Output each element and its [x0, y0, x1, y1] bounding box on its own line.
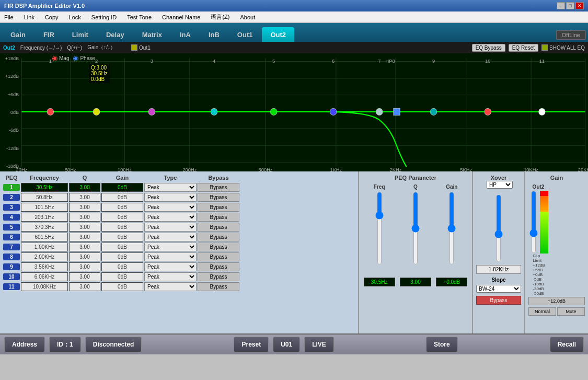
phase-radio[interactable]: Phase: [73, 55, 95, 61]
tab-out1[interactable]: Out1: [229, 27, 261, 42]
peq-freq-7[interactable]: 1.00KHz: [21, 243, 68, 251]
store-button[interactable]: Store: [426, 337, 458, 352]
peq-gain-4[interactable]: 0dB: [101, 213, 143, 222]
menu-lock[interactable]: Lock: [67, 14, 83, 21]
peq-freq-1[interactable]: [21, 183, 68, 192]
peq-bypass-5[interactable]: Bypass: [198, 223, 239, 232]
peq-bypass-4[interactable]: Bypass: [198, 213, 239, 222]
peq-gain-6[interactable]: 0dB: [101, 233, 143, 241]
menu-copy[interactable]: Copy: [43, 14, 61, 21]
eq-bypass-button[interactable]: EQ Bypass: [472, 44, 505, 52]
address-button[interactable]: Address: [4, 337, 45, 352]
peq-gain-5[interactable]: 0dB: [101, 223, 143, 232]
peq-gain-11[interactable]: 0dB: [101, 282, 143, 291]
peq-gain-10[interactable]: 0dB: [101, 272, 143, 281]
peq-num-8[interactable]: 8: [3, 254, 20, 260]
eq-reset-button[interactable]: EQ Reset: [509, 44, 538, 52]
peq-q-8[interactable]: 3.00: [69, 252, 100, 261]
peq-param-gain-slider[interactable]: [446, 192, 457, 265]
gain-mute-button[interactable]: Mute: [557, 307, 585, 316]
menu-link[interactable]: Link: [22, 14, 37, 21]
peq-num-6[interactable]: 6: [3, 234, 20, 240]
peq-q-5[interactable]: 3.00: [69, 223, 100, 232]
peq-bypass-7[interactable]: Bypass: [198, 243, 239, 251]
xover-bypass-button[interactable]: Bypass: [476, 296, 521, 305]
peq-type-2[interactable]: Peak: [144, 193, 197, 202]
peq-bypass-10[interactable]: Bypass: [198, 272, 239, 281]
peq-bypass-6[interactable]: Bypass: [198, 233, 239, 241]
peq-bypass-1[interactable]: Bypass: [198, 183, 239, 192]
gain-volume-slider[interactable]: [528, 191, 539, 254]
peq-num-9[interactable]: 9: [3, 263, 20, 270]
peq-q-10[interactable]: 3.00: [69, 272, 100, 281]
menu-language[interactable]: 语言(Z): [209, 13, 232, 21]
peq-freq-4[interactable]: 203.1Hz: [21, 213, 68, 222]
preset-button[interactable]: Preset: [234, 337, 269, 352]
peq-bypass-3[interactable]: Bypass: [198, 203, 239, 212]
peq-type-11[interactable]: Peak: [144, 282, 197, 291]
peq-num-4[interactable]: 4: [3, 214, 20, 221]
peq-freq-10[interactable]: 6.06KHz: [21, 272, 68, 281]
peq-gain-2[interactable]: 0dB: [101, 193, 143, 202]
peq-bypass-8[interactable]: Bypass: [198, 252, 239, 261]
xover-slope-select[interactable]: BW-24 BW-12 LR-24: [476, 285, 521, 293]
tab-delay[interactable]: Delay: [98, 27, 133, 42]
peq-num-1[interactable]: 1: [3, 184, 20, 191]
peq-type-10[interactable]: Peak: [144, 272, 197, 281]
peq-type-1[interactable]: PeakHPLPLSHS: [144, 183, 197, 192]
peq-num-3[interactable]: 3: [3, 204, 20, 211]
peq-gain-9[interactable]: 0dB: [101, 262, 143, 271]
peq-param-freq-slider[interactable]: [374, 192, 385, 265]
peq-type-5[interactable]: Peak: [144, 223, 197, 232]
id-button[interactable]: ID：1: [49, 337, 81, 352]
menu-channel-name[interactable]: Channel Name: [160, 14, 202, 21]
peq-q-9[interactable]: 3.00: [69, 262, 100, 271]
minimize-button[interactable]: —: [557, 2, 565, 9]
peq-type-4[interactable]: Peak: [144, 213, 197, 222]
peq-freq-3[interactable]: 101.5Hz: [21, 203, 68, 212]
menu-file[interactable]: File: [2, 14, 16, 21]
peq-freq-2[interactable]: 50.8Hz: [21, 193, 68, 202]
peq-gain-1[interactable]: [101, 183, 143, 192]
peq-num-5[interactable]: 5: [3, 224, 20, 231]
mag-radio[interactable]: Mag: [52, 55, 69, 61]
menu-about[interactable]: About: [238, 14, 257, 21]
disconnected-button[interactable]: Disconnected: [85, 337, 142, 352]
peq-num-2[interactable]: 2: [3, 194, 20, 201]
peq-type-3[interactable]: Peak: [144, 203, 197, 212]
peq-freq-6[interactable]: 601.5Hz: [21, 233, 68, 241]
peq-q-11[interactable]: 3.00: [69, 282, 100, 291]
tab-inb[interactable]: InB: [200, 27, 228, 42]
recall-button[interactable]: Recall: [550, 337, 584, 352]
gain-normal-button[interactable]: Normal: [528, 307, 556, 316]
preset-value-button[interactable]: U01: [273, 337, 300, 352]
peq-num-7[interactable]: 7: [3, 244, 20, 250]
menu-test-tone[interactable]: Test Tone: [125, 14, 154, 21]
show-all-eq[interactable]: SHOW ALL EQ: [541, 44, 585, 51]
peq-num-11[interactable]: 11: [3, 283, 20, 290]
peq-q-4[interactable]: 3.00: [69, 213, 100, 222]
peq-type-9[interactable]: Peak: [144, 262, 197, 271]
peq-bypass-2[interactable]: Bypass: [198, 193, 239, 202]
peq-gain-8[interactable]: 0dB: [101, 252, 143, 261]
tab-fir[interactable]: FIR: [35, 27, 63, 42]
peq-bypass-9[interactable]: Bypass: [198, 262, 239, 271]
tab-out2[interactable]: Out2: [262, 27, 294, 42]
gain-value-button[interactable]: +12.0dB: [528, 297, 585, 305]
peq-type-6[interactable]: Peak: [144, 233, 197, 241]
live-button[interactable]: LIVE: [304, 337, 334, 352]
peq-freq-8[interactable]: 2.00KHz: [21, 252, 68, 261]
peq-q-7[interactable]: 3.00: [69, 243, 100, 251]
peq-freq-11[interactable]: 10.08KHz: [21, 282, 68, 291]
peq-q-2[interactable]: 3.00: [69, 193, 100, 202]
peq-q-1[interactable]: [69, 183, 100, 192]
peq-q-3[interactable]: 3.00: [69, 203, 100, 212]
peq-type-7[interactable]: Peak: [144, 243, 197, 251]
graph-canvas[interactable]: +18dB +12dB +6dB 0dB -6dB -12dB -18dB: [0, 53, 588, 171]
close-button[interactable]: ✕: [575, 2, 584, 9]
maximize-button[interactable]: □: [566, 2, 574, 9]
xover-freq-slider[interactable]: [493, 194, 504, 262]
peq-freq-5[interactable]: 370.3Hz: [21, 223, 68, 232]
peq-q-6[interactable]: 3.00: [69, 233, 100, 241]
peq-freq-9[interactable]: 3.56KHz: [21, 262, 68, 271]
